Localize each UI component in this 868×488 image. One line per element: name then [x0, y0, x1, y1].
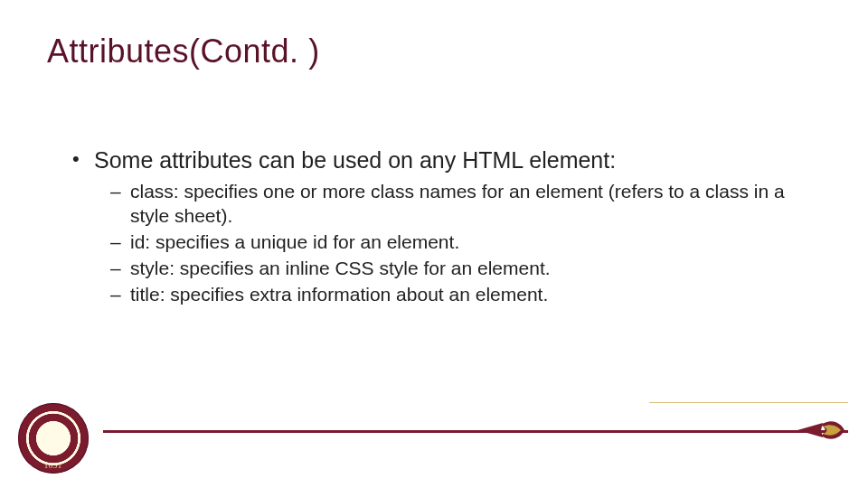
list-item: title: specifies extra information about…: [110, 283, 814, 307]
footer: 1851: [18, 390, 868, 468]
lead-bullet: Some attributes can be used on any HTML …: [72, 146, 814, 174]
list-item: id: specifies a unique id for an element…: [110, 230, 814, 255]
spear-icon: [796, 412, 846, 448]
university-seal-icon: 1851: [18, 403, 89, 474]
divider-bar: [103, 430, 848, 433]
seal-year: 1851: [44, 462, 62, 470]
gold-thin-line: [649, 402, 848, 403]
slide-body: Some attributes can be used on any HTML …: [72, 146, 814, 309]
sub-bullet-list: class: specifies one or more class names…: [72, 180, 814, 306]
list-item: style: specifies an inline CSS style for…: [110, 257, 814, 281]
list-item: class: specifies one or more class names…: [110, 180, 814, 229]
slide-title: Attributes(Contd. ): [47, 33, 320, 70]
